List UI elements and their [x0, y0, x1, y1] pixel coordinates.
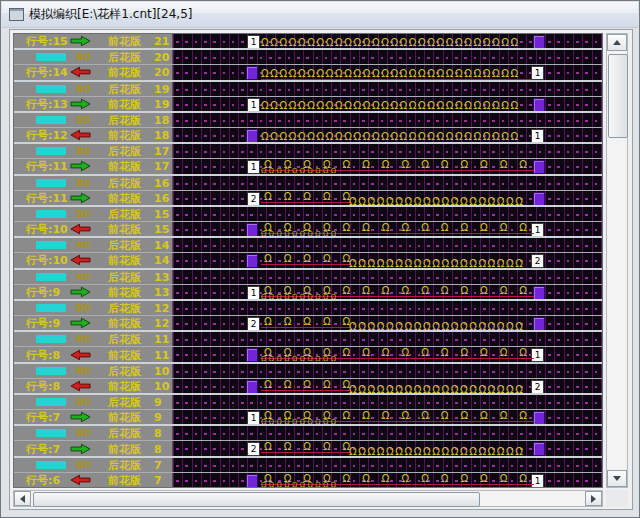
pattern-row[interactable]: BO后花版8 [14, 426, 602, 441]
needle-grid[interactable]: 2ΩΩΩΩΩΩΩΩΩΩΩΩΩΩΩΩΩΩΩΩΩΩΩΩ [173, 441, 602, 455]
pattern-row[interactable]: BO后花版9 [14, 395, 602, 410]
pattern-row[interactable]: 行号:8前花版102ΩΩΩΩΩΩΩΩΩΩΩΩΩΩΩΩΩΩΩΩΩΩΩΩ [14, 379, 602, 395]
pattern-row[interactable]: 行号:10前花版151ΩΩΩΩΩΩΩΩΩΩΩΩΩΩΩΩΩΩΩΩΩΩΩΩ [14, 222, 602, 238]
stitch-loops: ΩΩΩΩΩ [261, 379, 351, 391]
pattern-row[interactable]: 行号:14前花版201ΩΩΩΩΩΩΩΩΩΩΩΩΩΩΩΩΩΩΩΩΩΩΩΩΩΩΩΩ [14, 65, 602, 81]
needle-grid[interactable] [173, 364, 602, 378]
plate-label: 后花版 [108, 238, 141, 253]
needle-grid[interactable] [173, 332, 602, 346]
pattern-row[interactable]: BO后花版12 [14, 301, 602, 316]
needle-grid[interactable] [173, 50, 602, 64]
needle-grid[interactable]: 1ΩΩΩΩΩΩΩΩΩΩΩΩΩΩΩΩΩΩΩΩΩΩΩΩ [173, 222, 602, 236]
pattern-row[interactable]: 行号:7前花版91ΩΩΩΩΩΩΩΩΩΩΩΩΩΩΩΩΩΩΩΩΩΩΩΩ [14, 410, 602, 426]
sys-label: BO [76, 428, 91, 438]
plate-number: 13 [154, 285, 169, 298]
pattern-row[interactable]: BO后花版7 [14, 458, 602, 473]
pattern-row[interactable]: 行号:13前花版191ΩΩΩΩΩΩΩΩΩΩΩΩΩΩΩΩΩΩΩΩΩΩΩΩΩΩΩΩ [14, 97, 602, 113]
needle-grid[interactable]: 1ΩΩΩΩΩΩΩΩΩΩΩΩΩΩΩΩΩΩΩΩΩΩΩΩΩΩΩΩ [173, 128, 602, 142]
plate-label: 后花版 [108, 395, 141, 410]
yarn-number-badge: 2 [247, 192, 260, 206]
cyan-marker [36, 53, 66, 61]
pattern-row[interactable]: 行号:15前花版211ΩΩΩΩΩΩΩΩΩΩΩΩΩΩΩΩΩΩΩΩΩΩΩΩΩΩΩΩ [14, 34, 602, 50]
pattern-row[interactable]: 行号:11前花版162ΩΩΩΩΩΩΩΩΩΩΩΩΩΩΩΩΩΩΩΩΩΩΩΩ [14, 191, 602, 207]
pattern-row[interactable]: 行号:11前花版171ΩΩΩΩΩΩΩΩΩΩΩΩΩΩΩΩΩΩΩΩΩΩΩΩ [14, 159, 602, 175]
horizontal-scrollbar[interactable] [13, 490, 603, 507]
scrollbar-corner [606, 490, 628, 507]
pattern-row[interactable]: BO后花版15 [14, 207, 602, 222]
needle-grid[interactable]: 1ΩΩΩΩΩΩΩΩΩΩΩΩΩΩΩΩΩΩΩΩΩΩΩΩ [173, 159, 602, 173]
yarn-number-badge: 1 [247, 35, 260, 49]
yarn-carrier-marker [246, 474, 258, 487]
row-info-panel: 行号:9前花版12 [14, 316, 173, 330]
pattern-row[interactable]: 行号:9前花版131ΩΩΩΩΩΩΩΩΩΩΩΩΩΩΩΩΩΩΩΩΩΩΩΩ [14, 285, 602, 301]
needle-grid[interactable] [173, 144, 602, 158]
scroll-up-button[interactable] [607, 34, 627, 51]
needle-grid[interactable]: 1ΩΩΩΩΩΩΩΩΩΩΩΩΩΩΩΩΩΩΩΩΩΩΩΩΩΩΩΩ [173, 65, 602, 79]
pattern-row[interactable]: 行号:9前花版122ΩΩΩΩΩΩΩΩΩΩΩΩΩΩΩΩΩΩΩΩΩΩΩΩ [14, 316, 602, 332]
needle-grid[interactable] [173, 238, 602, 252]
pattern-row[interactable]: BO后花版14 [14, 238, 602, 253]
yarn-carrier-marker [533, 192, 545, 206]
row-info-panel: BO后花版7 [14, 458, 173, 472]
pattern-row[interactable]: BO后花版11 [14, 332, 602, 347]
yarn-carrier-marker [246, 380, 258, 394]
row-info-panel: 行号:8前花版11 [14, 347, 173, 361]
scroll-down-button[interactable] [607, 470, 627, 487]
pattern-row[interactable]: 行号:8前花版111ΩΩΩΩΩΩΩΩΩΩΩΩΩΩΩΩΩΩΩΩΩΩΩΩ [14, 347, 602, 363]
pattern-row[interactable]: BO后花版17 [14, 144, 602, 159]
horizontal-scroll-thumb[interactable] [33, 492, 480, 507]
row-info-panel: 行号:12前花版18 [14, 128, 173, 142]
needle-grid[interactable]: 1ΩΩΩΩΩΩΩΩΩΩΩΩΩΩΩΩΩΩΩΩΩΩΩΩ [173, 410, 602, 424]
needle-grid[interactable]: 2ΩΩΩΩΩΩΩΩΩΩΩΩΩΩΩΩΩΩΩΩΩΩΩΩ [173, 253, 602, 267]
pattern-row[interactable]: BO后花版20 [14, 50, 602, 65]
sys-label: BO [76, 460, 91, 470]
yarn-number-badge: 2 [247, 442, 260, 456]
needle-grid[interactable]: 1ΩΩΩΩΩΩΩΩΩΩΩΩΩΩΩΩΩΩΩΩΩΩΩΩΩΩΩΩ [173, 97, 602, 111]
direction-right-icon [70, 317, 91, 329]
pattern-row[interactable]: BO后花版19 [14, 82, 602, 97]
needle-grid[interactable] [173, 82, 602, 96]
needle-grid[interactable] [173, 207, 602, 221]
plate-label: 前花版 [108, 410, 141, 425]
app-icon[interactable] [9, 8, 24, 21]
needle-grid[interactable] [173, 113, 602, 127]
needle-grid[interactable]: 1ΩΩΩΩΩΩΩΩΩΩΩΩΩΩΩΩΩΩΩΩΩΩΩΩ [173, 473, 602, 487]
pattern-row[interactable]: BO后花版13 [14, 270, 602, 285]
needle-grid[interactable] [173, 458, 602, 472]
plate-label: 前花版 [108, 285, 141, 300]
scroll-left-button[interactable] [14, 491, 31, 506]
needle-grid[interactable]: 1ΩΩΩΩΩΩΩΩΩΩΩΩΩΩΩΩΩΩΩΩΩΩΩΩ [173, 285, 602, 299]
yarn-number-badge: 1 [247, 286, 260, 300]
needle-grid[interactable]: 2ΩΩΩΩΩΩΩΩΩΩΩΩΩΩΩΩΩΩΩΩΩΩΩΩ [173, 379, 602, 393]
needle-grid[interactable]: 2ΩΩΩΩΩΩΩΩΩΩΩΩΩΩΩΩΩΩΩΩΩΩΩΩ [173, 316, 602, 330]
vertical-scrollbar[interactable] [606, 33, 628, 488]
plate-label: 后花版 [108, 207, 141, 222]
needle-grid[interactable] [173, 395, 602, 409]
row-info-panel: 行号:9前花版13 [14, 285, 173, 299]
pattern-row[interactable]: BO后花版16 [14, 176, 602, 191]
plate-label: 前花版 [108, 473, 141, 487]
needle-grid[interactable] [173, 426, 602, 440]
pattern-row[interactable]: 行号:10前花版142ΩΩΩΩΩΩΩΩΩΩΩΩΩΩΩΩΩΩΩΩΩΩΩΩ [14, 253, 602, 269]
pattern-row[interactable]: BO后花版18 [14, 113, 602, 128]
needle-grid[interactable]: 2ΩΩΩΩΩΩΩΩΩΩΩΩΩΩΩΩΩΩΩΩΩΩΩΩ [173, 191, 602, 205]
title-bar[interactable]: 模拟编织[E:\花样1.cnt][24,5] [2, 2, 638, 28]
needle-grid[interactable]: 1ΩΩΩΩΩΩΩΩΩΩΩΩΩΩΩΩΩΩΩΩΩΩΩΩΩΩΩΩ [173, 34, 602, 48]
needle-grid[interactable] [173, 301, 602, 315]
pattern-row[interactable]: BO后花版10 [14, 364, 602, 379]
vertical-scroll-thumb[interactable] [608, 54, 628, 138]
scroll-right-button[interactable] [585, 491, 602, 506]
pattern-row[interactable]: 行号:6前花版71ΩΩΩΩΩΩΩΩΩΩΩΩΩΩΩΩΩΩΩΩΩΩΩΩ [14, 473, 602, 487]
pattern-row[interactable]: 行号:12前花版181ΩΩΩΩΩΩΩΩΩΩΩΩΩΩΩΩΩΩΩΩΩΩΩΩΩΩΩΩ [14, 128, 602, 144]
plate-number: 10 [154, 379, 169, 392]
pattern-row[interactable]: 行号:7前花版82ΩΩΩΩΩΩΩΩΩΩΩΩΩΩΩΩΩΩΩΩΩΩΩΩ [14, 441, 602, 457]
needle-grid[interactable] [173, 270, 602, 284]
cyan-marker [36, 241, 66, 249]
plate-number: 8 [154, 427, 162, 440]
cyan-marker [36, 179, 66, 187]
row-number-label: 行号:7 [26, 441, 60, 456]
needle-grid[interactable]: 1ΩΩΩΩΩΩΩΩΩΩΩΩΩΩΩΩΩΩΩΩΩΩΩΩ [173, 347, 602, 361]
needle-grid[interactable] [173, 176, 602, 190]
cyan-marker [36, 367, 66, 375]
row-number-label: 行号:9 [26, 285, 60, 300]
